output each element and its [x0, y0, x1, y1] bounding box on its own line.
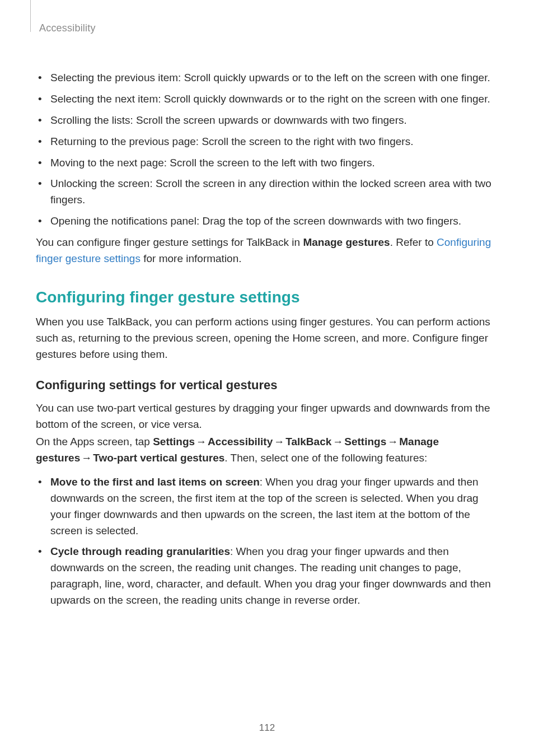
list-item: Cycle through reading granularities: Whe… [50, 544, 498, 609]
nav-talkback: TalkBack [285, 436, 331, 447]
postlist-paragraph: You can configure finger gesture setting… [36, 235, 498, 267]
nav-accessibility: Accessibility [208, 436, 273, 447]
arrow-icon: → [386, 436, 399, 447]
arrow-icon: → [195, 436, 208, 447]
header-vertical-rule [30, 0, 31, 32]
text: On the Apps screen, tap [36, 436, 153, 447]
navigation-path-paragraph: On the Apps screen, tap Settings→Accessi… [36, 434, 498, 466]
feature-title: Move to the first and last items on scre… [50, 476, 260, 488]
arrow-icon: → [331, 436, 344, 447]
nav-two-part-vertical: Two-part vertical gestures [93, 452, 224, 464]
list-item: Opening the notifications panel: Drag th… [50, 213, 498, 230]
page-number: 112 [0, 722, 534, 734]
list-item: Moving to the next page: Scroll the scre… [50, 155, 498, 171]
text: . Refer to [390, 236, 437, 248]
text: You can configure finger gesture setting… [36, 236, 303, 248]
arrow-icon: → [273, 436, 285, 447]
nav-settings-2: Settings [344, 436, 386, 447]
vertical-gestures-paragraph: You can use two-part vertical gestures b… [36, 400, 498, 433]
list-item: Move to the first and last items on scre… [50, 474, 498, 539]
text: . Then, select one of the following feat… [224, 452, 427, 464]
section-header: Accessibility [39, 22, 498, 34]
feature-list: Move to the first and last items on scre… [36, 474, 498, 609]
nav-settings: Settings [153, 436, 195, 447]
list-item: Returning to the previous page: Scroll t… [50, 134, 498, 150]
list-item: Scrolling the lists: Scroll the screen u… [50, 113, 498, 129]
heading-configuring-finger-gesture-settings: Configuring finger gesture settings [36, 288, 498, 306]
gesture-list: Selecting the previous item: Scroll quic… [36, 70, 498, 230]
list-item: Unlocking the screen: Scroll the screen … [50, 176, 498, 208]
text: for more information. [140, 253, 242, 264]
heading-vertical-gestures: Configuring settings for vertical gestur… [36, 378, 498, 393]
intro-paragraph: When you use TalkBack, you can perform a… [36, 314, 498, 363]
arrow-icon: → [80, 452, 93, 464]
feature-title: Cycle through reading granularities [50, 545, 230, 557]
list-item: Selecting the previous item: Scroll quic… [50, 70, 498, 86]
list-item: Selecting the next item: Scroll quickly … [50, 91, 498, 108]
bold-text: Manage gestures [303, 236, 390, 248]
